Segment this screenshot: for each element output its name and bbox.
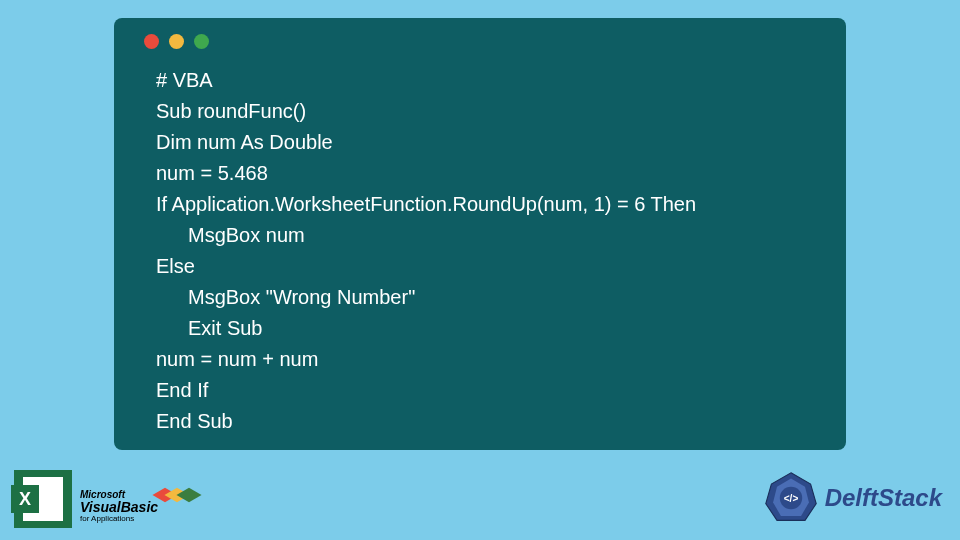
code-line: num = 5.468	[156, 158, 822, 189]
excel-x-badge: X	[11, 485, 39, 513]
delftstack-logo: </> DelftStack	[763, 470, 942, 526]
svg-text:</>: </>	[783, 493, 798, 504]
delftstack-emblem-icon: </>	[763, 470, 819, 526]
visualbasic-text: VisualBasic	[80, 500, 158, 515]
code-line: If Application.WorksheetFunction.RoundUp…	[156, 189, 822, 220]
code-line: Sub roundFunc()	[156, 96, 822, 127]
window-controls	[138, 34, 822, 49]
delftstack-text: DelftStack	[825, 484, 942, 512]
code-line: Exit Sub	[156, 313, 822, 344]
code-line: Dim num As Double	[156, 127, 822, 158]
code-line: Else	[156, 251, 822, 282]
forapps-text: for Applications	[80, 515, 158, 524]
code-line: End Sub	[156, 406, 822, 437]
vb-cubes-icon	[160, 488, 196, 502]
excel-sheet: X	[23, 477, 63, 521]
code-line: MsgBox "Wrong Number"	[156, 282, 822, 313]
code-line: MsgBox num	[156, 220, 822, 251]
code-line: # VBA	[156, 65, 822, 96]
minimize-icon	[169, 34, 184, 49]
maximize-icon	[194, 34, 209, 49]
close-icon	[144, 34, 159, 49]
code-content: # VBA Sub roundFunc() Dim num As Double …	[138, 65, 822, 437]
excel-icon: X	[14, 470, 72, 528]
visualbasic-logo: Microsoft VisualBasic for Applications	[80, 489, 158, 524]
code-line: num = num + num	[156, 344, 822, 375]
code-line: End If	[156, 375, 822, 406]
code-window: # VBA Sub roundFunc() Dim num As Double …	[114, 18, 846, 450]
